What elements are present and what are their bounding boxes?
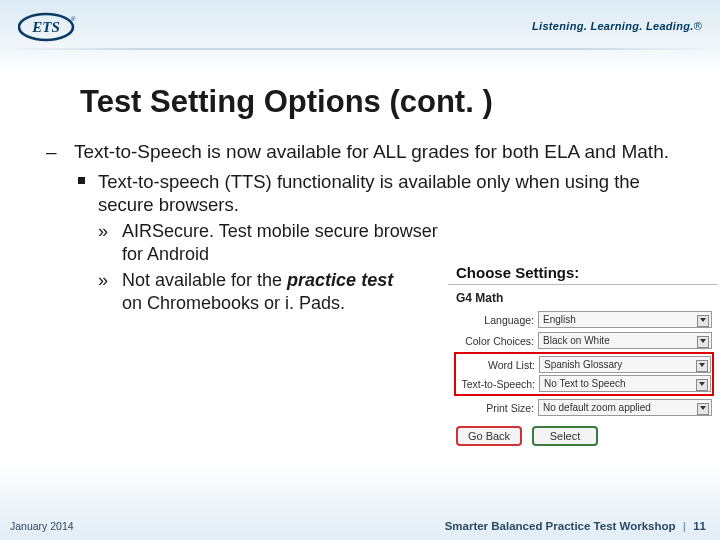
footer-date: January 2014	[10, 520, 74, 532]
select-wordlist[interactable]: Spanish Glossary	[539, 356, 711, 373]
highlight-box: Word List: Spanish Glossary Text-to-Spee…	[454, 352, 714, 396]
tagline-listening: Listening.	[532, 20, 587, 32]
settings-buttons: Go Back Select	[448, 418, 718, 450]
ets-logo-icon: ETS ®	[18, 12, 80, 42]
select-tts[interactable]: No Text to Speech	[539, 375, 711, 392]
row-color: Color Choices: Black on White	[448, 330, 718, 351]
chevron-down-icon	[700, 318, 706, 322]
bullet-l2-text: Text-to-speech (TTS) functionality is av…	[98, 171, 640, 215]
go-back-button[interactable]: Go Back	[456, 426, 522, 446]
row-print: Print Size: No default zoom applied	[448, 397, 718, 418]
bullet-l3b-line1-pre: Not available for the	[122, 270, 287, 290]
raquo-icon: »	[98, 220, 108, 243]
svg-text:ETS: ETS	[31, 19, 60, 35]
bullet-l3b-emph: practice test	[287, 270, 393, 290]
dash-icon: –	[46, 140, 57, 164]
registered-mark: ®	[694, 20, 702, 32]
footer-right: Smarter Balanced Practice Test Workshop …	[445, 520, 706, 532]
settings-screenshot: Choose Settings: G4 Math Language: Engli…	[448, 258, 718, 458]
label-language: Language:	[456, 314, 534, 326]
tagline-learning: Learning.	[590, 20, 642, 32]
chevron-down-icon	[699, 382, 705, 386]
footer-page-number: 11	[693, 520, 706, 532]
chevron-down-icon	[700, 339, 706, 343]
row-tts: Text-to-Speech: No Text to Speech	[457, 374, 711, 393]
bullet-level2: Text-to-speech (TTS) functionality is av…	[38, 170, 698, 216]
select-button[interactable]: Select	[532, 426, 598, 446]
label-tts: Text-to-Speech:	[457, 378, 535, 390]
divider	[448, 284, 718, 285]
label-wordlist: Word List:	[457, 359, 535, 371]
square-bullet-icon	[78, 177, 85, 184]
slide-title: Test Setting Options (cont. )	[80, 84, 493, 120]
select-print[interactable]: No default zoom applied	[538, 399, 712, 416]
slide: ETS ® Listening. Learning. Leading.® Tes…	[0, 0, 720, 540]
bullet-level1: – Text-to-Speech is now available for AL…	[38, 140, 698, 164]
footer-sep: |	[679, 520, 690, 532]
label-color: Color Choices:	[456, 335, 534, 347]
tagline-leading: Leading.	[646, 20, 694, 32]
chevron-down-icon	[699, 363, 705, 367]
svg-text:®: ®	[71, 16, 76, 22]
settings-subject: G4 Math	[448, 289, 718, 309]
bullet-l3a-line1: AIRSecure. Test mobile secure browser	[122, 221, 438, 241]
select-language[interactable]: English	[538, 311, 712, 328]
raquo-icon: »	[98, 269, 108, 292]
bullet-l1-text: Text-to-Speech is now available for ALL …	[74, 141, 669, 162]
select-color[interactable]: Black on White	[538, 332, 712, 349]
chevron-down-icon	[700, 406, 706, 410]
ets-logo: ETS ®	[18, 12, 80, 42]
row-wordlist: Word List: Spanish Glossary	[457, 355, 711, 374]
row-language: Language: English	[448, 309, 718, 330]
tagline: Listening. Learning. Leading.®	[532, 20, 702, 32]
footer-workshop: Smarter Balanced Practice Test Workshop	[445, 520, 676, 532]
label-print: Print Size:	[456, 402, 534, 414]
settings-title: Choose Settings:	[448, 258, 718, 284]
